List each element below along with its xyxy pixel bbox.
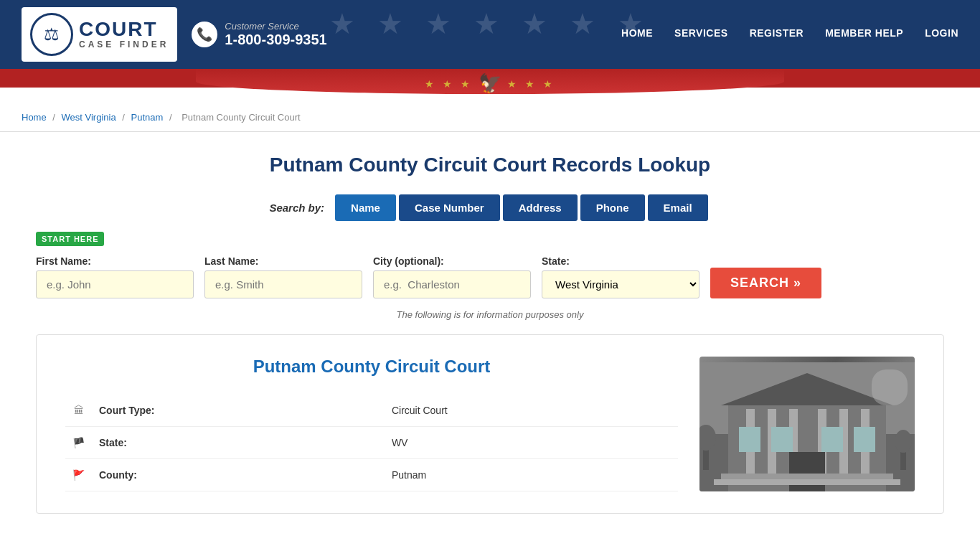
state-label: State: (542, 255, 699, 267)
city-group: City (optional): (373, 255, 531, 298)
state-group: State: West Virginia Alabama Alaska (542, 255, 699, 298)
first-name-input[interactable] (36, 270, 194, 298)
eagle-stars-left: ★ ★ ★ (425, 78, 473, 90)
breadcrumb-home[interactable]: Home (22, 112, 47, 123)
logo-court-text: COURT (79, 19, 158, 39)
cs-label: Customer Service (225, 21, 326, 32)
breadcrumb-sep-2: / (122, 112, 127, 123)
eagle-stars-right: ★ ★ ★ (507, 78, 555, 90)
court-type-label: Court Type: (92, 395, 385, 427)
logo-text: COURT CASE FINDER (79, 19, 169, 50)
last-name-input[interactable] (204, 270, 362, 298)
table-row: 🏛 Court Type: Circuit Court (65, 395, 678, 427)
eagle-center: ★ ★ ★ 🦅 ★ ★ ★ (425, 72, 555, 95)
breadcrumb-sep-3: / (169, 112, 174, 123)
breadcrumb-county[interactable]: Putnam (131, 112, 164, 123)
nav-member-help[interactable]: MEMBER HELP (825, 27, 903, 42)
nav-home[interactable]: HOME (621, 27, 653, 42)
logo-case-finder-text: CASE FINDER (79, 39, 169, 50)
court-type-value: Circuit Court (385, 395, 678, 427)
city-label: City (optional): (373, 255, 531, 267)
nav-services[interactable]: SERVICES (674, 27, 728, 42)
svg-rect-15 (721, 474, 893, 479)
breadcrumb-current: Putnam County Circuit Court (182, 112, 300, 123)
court-card-left: Putnam County Circuit Court 🏛 Court Type… (65, 357, 678, 491)
phone-icon: 📞 (192, 22, 217, 47)
eagle-banner: ★ ★ ★ 🦅 ★ ★ ★ (0, 69, 980, 103)
svg-rect-14 (789, 452, 825, 491)
tab-address[interactable]: Address (503, 194, 578, 221)
breadcrumb-sep-1: / (52, 112, 57, 123)
main-content: Putnam County Circuit Court Records Look… (0, 132, 980, 514)
county-label: County: (92, 459, 385, 491)
state-icon: 🏴 (65, 427, 92, 459)
court-card: Putnam County Circuit Court 🏛 Court Type… (36, 334, 944, 514)
state-info-label: State: (92, 427, 385, 459)
main-nav: HOME SERVICES REGISTER MEMBER HELP LOGIN (621, 27, 958, 42)
tab-name[interactable]: Name (335, 194, 396, 221)
form-row: First Name: Last Name: City (optional): … (36, 255, 944, 298)
courthouse-svg (699, 362, 915, 491)
cs-phone: 1-800-309-9351 (225, 32, 326, 48)
nav-register[interactable]: REGISTER (750, 27, 804, 42)
nav-login[interactable]: LOGIN (925, 27, 958, 42)
search-by-row: Search by: Name Case Number Address Phon… (36, 194, 944, 221)
logo-emblem-icon (30, 13, 73, 56)
table-row: 🚩 County: Putnam (65, 459, 678, 491)
eagle-icon: 🦅 (479, 72, 501, 95)
breadcrumb: Home / West Virginia / Putnam / Putnam C… (0, 103, 980, 132)
svg-rect-11 (771, 427, 793, 452)
table-row: 🏴 State: WV (65, 427, 678, 459)
page-title: Putnam County Circuit Court Records Look… (36, 154, 944, 176)
svg-rect-10 (739, 427, 760, 452)
header-stars: ★ ★ ★ ★ ★ ★ ★ (329, 7, 651, 40)
customer-service: 📞 Customer Service 1-800-309-9351 (192, 21, 326, 48)
svg-rect-16 (714, 479, 900, 485)
start-here-badge: START HERE (36, 232, 104, 246)
tab-phone[interactable]: Phone (580, 194, 645, 221)
search-by-label: Search by: (269, 202, 324, 214)
court-info-table: 🏛 Court Type: Circuit Court 🏴 State: WV … (65, 395, 678, 491)
info-note: The following is for information purpose… (36, 309, 944, 320)
search-form-wrapper: START HERE First Name: Last Name: City (… (36, 232, 944, 298)
county-value: Putnam (385, 459, 678, 491)
tab-case-number[interactable]: Case Number (399, 194, 500, 221)
city-input[interactable] (373, 270, 531, 298)
first-name-label: First Name: (36, 255, 194, 267)
breadcrumb-state[interactable]: West Virginia (62, 112, 116, 123)
svg-point-21 (895, 430, 912, 453)
svg-rect-13 (854, 427, 875, 452)
state-info-value: WV (385, 427, 678, 459)
county-icon: 🚩 (65, 459, 92, 491)
tab-email[interactable]: Email (648, 194, 708, 221)
svg-rect-17 (872, 369, 908, 405)
court-card-title: Putnam County Circuit Court (65, 357, 678, 377)
courthouse-image (699, 357, 915, 491)
header: ★ ★ ★ ★ ★ ★ ★ COURT CASE FINDER 📞 Custom… (0, 0, 980, 69)
last-name-label: Last Name: (204, 255, 362, 267)
state-select[interactable]: West Virginia Alabama Alaska (542, 270, 699, 298)
first-name-group: First Name: (36, 255, 194, 298)
court-type-icon: 🏛 (65, 395, 92, 427)
svg-rect-12 (821, 427, 843, 452)
logo-box: COURT CASE FINDER (22, 7, 177, 62)
header-left: COURT CASE FINDER 📞 Customer Service 1-8… (22, 7, 327, 62)
last-name-group: Last Name: (204, 255, 362, 298)
search-button[interactable]: SEARCH » (710, 268, 821, 298)
customer-service-text: Customer Service 1-800-309-9351 (225, 21, 326, 48)
